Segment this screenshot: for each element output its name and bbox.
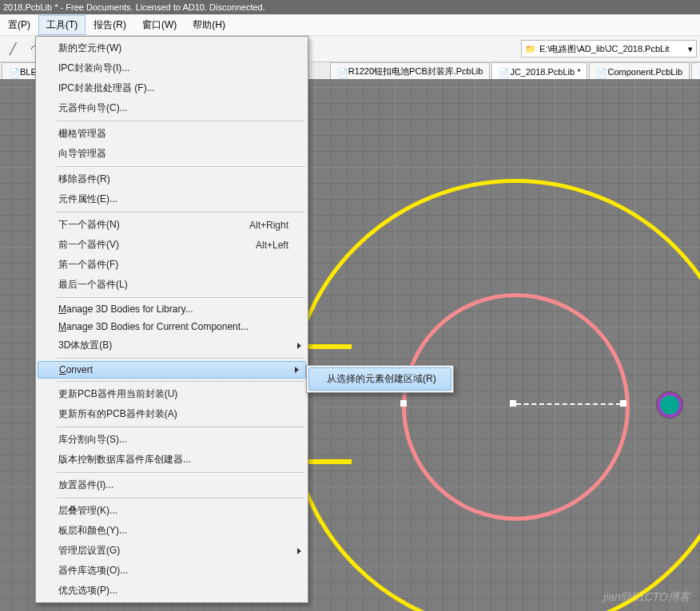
- dd-update-all-footprints[interactable]: 更新所有的PCB器件封装(A): [36, 404, 308, 424]
- dd-new-empty-component[interactable]: 新的空元件(W): [36, 38, 308, 58]
- dd-sep: [57, 166, 304, 167]
- menu-place[interactable]: 置(P): [0, 15, 38, 35]
- submenu-arrow-icon: [297, 343, 301, 349]
- dd-manage-layer-settings[interactable]: 管理层设置(G): [36, 541, 308, 561]
- tab-jc2018[interactable]: 📄JC_2018.PcbLib *: [491, 62, 587, 80]
- dd-vcs-db-lib-creator[interactable]: 版本控制数据库器件库创建器...: [36, 450, 308, 470]
- dd-layers-colors[interactable]: 板层和颜色(Y)...: [36, 521, 308, 541]
- dd-layer-stack-mgr[interactable]: 层叠管理(K)...: [36, 501, 308, 521]
- dd-create-region-from-selection[interactable]: 从选择的元素创建区域(R): [308, 367, 451, 391]
- dd-lib-options[interactable]: 器件库选项(O)...: [36, 561, 308, 581]
- window-title-bar: 2018.PcbLib * - Free Documents. Licensed…: [0, 0, 700, 14]
- dd-remove-component[interactable]: 移除器件(R): [36, 169, 308, 189]
- dropdown-arrow-icon[interactable]: ▾: [688, 44, 693, 54]
- dd-prev-component[interactable]: 前一个器件(V)Alt+Left: [36, 235, 308, 255]
- doc-icon: 📄: [337, 68, 345, 76]
- doc-icon: 📄: [9, 68, 17, 76]
- doc-icon: 📄: [499, 68, 507, 76]
- dd-first-component[interactable]: 第一个器件(F): [36, 255, 308, 275]
- dd-update-current-footprint[interactable]: 更新PCB器件用当前封装(U): [36, 384, 308, 404]
- menu-report[interactable]: 报告(R): [86, 15, 134, 35]
- dd-guide-manager[interactable]: 向导管理器: [36, 144, 308, 164]
- dd-sep: [57, 121, 304, 121]
- convert-submenu: 从选择的元素创建区域(R): [306, 365, 454, 393]
- dd-sep: [57, 212, 304, 212]
- path-text: E:\电路图\AD_lib\JC_2018.PcbLit: [539, 43, 670, 55]
- dd-manage-3d-lib[interactable]: Manage 3D Bodies for Library...: [36, 300, 308, 318]
- dd-sep: [57, 498, 304, 498]
- dd-sep: [57, 427, 304, 427]
- selection-radius-line: [516, 403, 621, 405]
- menu-help[interactable]: 帮助(H): [185, 15, 233, 35]
- selection-handle-right[interactable]: [620, 400, 626, 407]
- dd-preferences[interactable]: 优先选项(P)...: [36, 581, 308, 601]
- tab-r1220[interactable]: 📄R1220钮扣电池PCB封装库.PcbLib: [330, 62, 491, 80]
- submenu-arrow-icon: [295, 367, 299, 373]
- dd-lib-split-wizard[interactable]: 库分割向导(S)...: [36, 430, 308, 450]
- dd-component-props[interactable]: 元件属性(E)...: [36, 189, 308, 209]
- dd-ipc-wizard[interactable]: IPC封装向导(I)...: [36, 58, 308, 78]
- dd-convert[interactable]: Convert: [38, 361, 306, 379]
- window-title: 2018.PcbLib * - Free Documents. Licensed…: [3, 2, 265, 12]
- path-box[interactable]: 📁 E:\电路图\AD_lib\JC_2018.PcbLit ▾: [521, 40, 697, 58]
- tool-line-icon[interactable]: ╱: [3, 39, 22, 58]
- folder-icon: 📁: [525, 44, 536, 54]
- menu-tools[interactable]: 工具(T): [38, 15, 86, 35]
- dd-place-component[interactable]: 放置器件(I)...: [36, 475, 308, 495]
- dd-last-component[interactable]: 最后一个器件(L): [36, 275, 308, 295]
- via-pad[interactable]: [657, 392, 682, 418]
- dd-next-component[interactable]: 下一个器件(N)Alt+Right: [36, 215, 308, 235]
- dd-sep: [57, 358, 304, 359]
- dd-grid-manager[interactable]: 栅格管理器: [36, 124, 308, 144]
- inner-circle-outline: [402, 293, 630, 521]
- dd-component-wizard[interactable]: 元器件向导(C)...: [36, 98, 308, 118]
- tab-component[interactable]: 📄Component.PcbLib: [589, 62, 690, 80]
- menu-bar: 置(P) 工具(T) 报告(R) 窗口(W) 帮助(H): [0, 14, 700, 36]
- dd-sep: [57, 472, 304, 473]
- doc-icon: 📄: [596, 68, 604, 76]
- dd-ipc-batch[interactable]: IPC封装批处理器 (F)...: [36, 78, 308, 98]
- tab-buzzer[interactable]: 📄6开关蜂鸣器电: [691, 62, 700, 80]
- dd-sep: [57, 381, 304, 382]
- dd-manage-3d-current[interactable]: Manage 3D Bodies for Current Component..…: [36, 318, 308, 335]
- dd-3d-body-place[interactable]: 3D体放置(B): [36, 335, 308, 355]
- selection-handle-center[interactable]: [510, 400, 516, 407]
- dd-sep: [57, 297, 304, 298]
- tools-dropdown: 新的空元件(W) IPC封装向导(I)... IPC封装批处理器 (F)... …: [35, 36, 308, 603]
- submenu-arrow-icon: [297, 548, 301, 554]
- selection-handle-left[interactable]: [400, 400, 407, 407]
- menu-window[interactable]: 窗口(W): [134, 15, 185, 35]
